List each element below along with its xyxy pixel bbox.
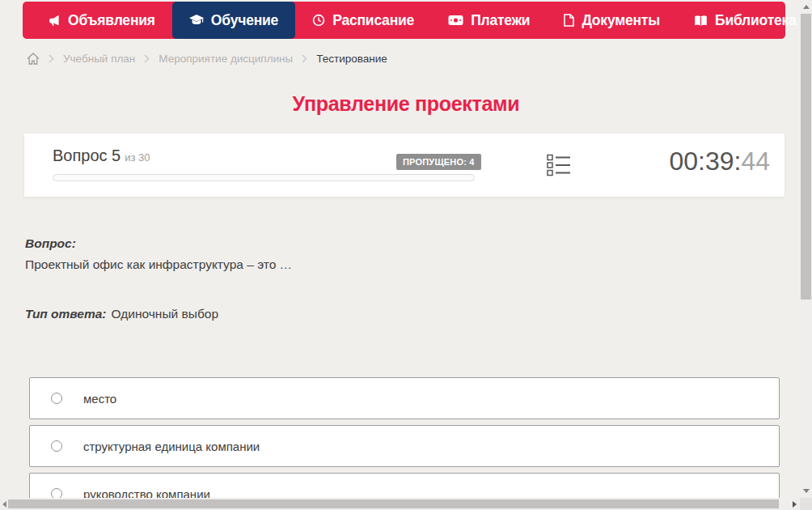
nav-item-label: Обучение — [211, 12, 278, 29]
megaphone-icon — [48, 14, 61, 27]
breadcrumb-separator-icon — [144, 54, 150, 63]
nav-item-payments[interactable]: Платежи — [431, 2, 547, 39]
progress-bar — [53, 174, 475, 181]
skipped-badge: ПРОПУЩЕНО: 4 — [396, 154, 481, 170]
answer-options: место структурная единица компании руков… — [29, 377, 780, 510]
banknote-icon — [448, 15, 463, 26]
clock-icon — [312, 14, 325, 27]
document-icon — [564, 14, 574, 27]
radio-button[interactable] — [51, 440, 62, 452]
answer-option-1[interactable]: место — [29, 377, 780, 419]
question-header-card: Вопрос 5из 30 ПРОПУЩЕНО: 4 00:39:44 — [24, 134, 785, 197]
question-list-icon — [547, 167, 571, 179]
answer-option-2[interactable]: структурная единица компании — [29, 425, 780, 467]
question-heading: Вопрос: — [25, 236, 76, 251]
nav-item-label: Библиотека — [715, 12, 797, 29]
breadcrumb-item-discipline-event[interactable]: Мероприятие дисциплины — [159, 53, 293, 65]
scroll-up-arrow-icon[interactable] — [803, 5, 810, 9]
page-title: Управление проектами — [0, 92, 812, 116]
main-nav: Объявления Обучение Расписание — [23, 2, 785, 39]
option-label: место — [83, 392, 116, 406]
breadcrumb-separator-icon — [49, 54, 54, 63]
home-icon[interactable] — [27, 53, 40, 65]
nav-item-label: Платежи — [471, 12, 530, 29]
vertical-scrollbar[interactable] — [800, 0, 812, 498]
scroll-right-arrow-icon[interactable] — [793, 501, 797, 508]
timer: 00:39:44 — [669, 147, 770, 176]
nav-item-label: Объявления — [68, 12, 155, 29]
vertical-scrollbar-thumb[interactable] — [801, 14, 811, 300]
horizontal-scrollbar[interactable] — [0, 498, 800, 510]
quiz-page: Объявления Обучение Расписание — [0, 0, 812, 510]
answer-type-label: Тип ответа: — [25, 307, 107, 321]
scrollbar-corner — [800, 498, 812, 510]
nav-item-label: Расписание — [332, 12, 414, 29]
book-icon — [694, 15, 708, 27]
breadcrumb-item-study-plan[interactable]: Учебный план — [63, 53, 135, 65]
nav-item-library[interactable]: Библиотека — [677, 2, 812, 39]
option-label: структурная единица компании — [83, 440, 260, 453]
nav-item-learning[interactable]: Обучение — [172, 2, 295, 39]
graduation-cap-icon — [189, 15, 204, 27]
answer-type-value: Одиночный выбор — [112, 307, 219, 321]
breadcrumb-item-testing: Тестирование — [316, 53, 387, 65]
nav-item-label: Документы — [582, 12, 660, 29]
breadcrumb-separator-icon — [302, 54, 307, 63]
timer-hours-minutes: 00:39: — [669, 147, 741, 176]
timer-seconds: 44 — [741, 147, 770, 176]
nav-item-announcements[interactable]: Объявления — [31, 2, 172, 39]
question-number: Вопрос 5 — [53, 147, 121, 164]
nav-item-documents[interactable]: Документы — [547, 2, 677, 39]
nav-item-schedule[interactable]: Расписание — [295, 2, 431, 39]
answer-type: Тип ответа:Одиночный выбор — [25, 307, 218, 321]
scroll-down-arrow-icon[interactable] — [803, 489, 810, 493]
question-total: из 30 — [125, 151, 150, 164]
breadcrumb: Учебный план Мероприятие дисциплины Тест… — [27, 51, 387, 66]
question-text: Проектный офис как инфраструктура – это … — [25, 257, 292, 272]
question-counter: Вопрос 5из 30 — [53, 147, 150, 165]
question-list-button[interactable] — [546, 154, 572, 178]
scroll-left-arrow-icon[interactable] — [2, 501, 6, 508]
horizontal-scrollbar-thumb[interactable] — [8, 499, 779, 508]
radio-button[interactable] — [51, 393, 62, 404]
